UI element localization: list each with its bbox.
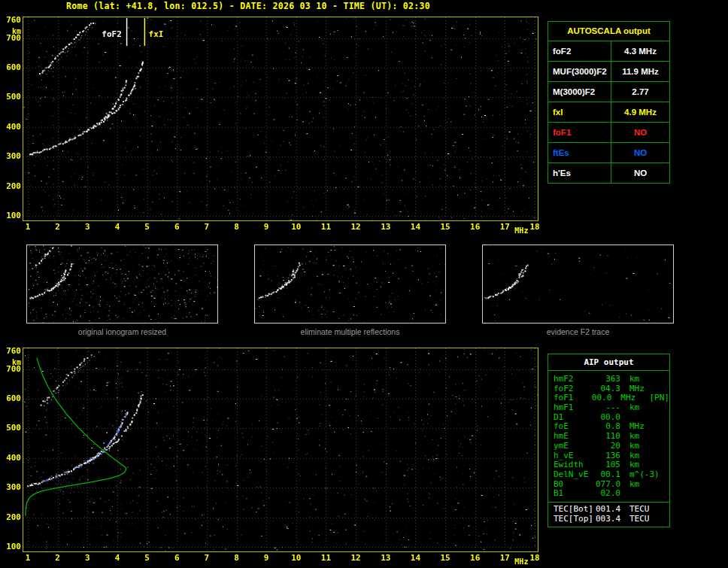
aip-param-label: hmF2 [554, 375, 596, 384]
y-tick-label: 600 [3, 63, 21, 72]
x-tick-label: 16 [467, 223, 484, 232]
autoscala-param-value: 4.3 MHz [611, 41, 669, 61]
thumbnail-caption-evidence: evidence F2 trace [482, 327, 674, 336]
y-tick-label: 200 [3, 513, 21, 522]
x-tick-label: 4 [109, 554, 126, 563]
autoscala-row: fxI4.9 MHz [548, 102, 669, 123]
aip-param-unit: m^(-3) [629, 470, 663, 480]
x-tick-label: 5 [139, 223, 156, 232]
autoscala-row: foF1NO [548, 123, 669, 143]
aip-param-value: 105 [596, 460, 620, 470]
aip-param-value: 02.0 [596, 489, 620, 499]
x-tick-label: 4 [109, 223, 126, 232]
x-tick-label: 2 [50, 223, 66, 232]
x-tick-label: 15 [437, 554, 453, 563]
autoscala-table: AUTOSCALA output foF24.3 MHzMUF(3000)F21… [548, 21, 670, 184]
autoscala-param-label: foF2 [548, 41, 611, 61]
autoscala-param-value: 4.9 MHz [611, 102, 669, 122]
aip-param-unit: TECU [629, 505, 663, 515]
aip-param-unit: km [629, 432, 663, 442]
aip-param-unit: km [629, 403, 663, 413]
x-tick-label: 18 [526, 223, 543, 232]
x-tick-label: 1 [20, 554, 36, 563]
aip-param-label: ymE [554, 442, 596, 451]
x-tick-label: 8 [229, 554, 245, 563]
x-tick-label: 9 [258, 223, 275, 232]
aip-row: hmE110km [554, 432, 669, 442]
ionogram-main-plot [23, 17, 538, 221]
x-tick-label: 1 [20, 223, 36, 232]
autoscala-param-label: fxI [548, 102, 611, 122]
x-tick-label: 9 [258, 554, 275, 563]
aip-param-unit: km [629, 460, 663, 470]
x-tick-label: 5 [139, 554, 156, 563]
aip-param-extra: [PN] [649, 393, 669, 403]
aip-param-unit: km [629, 375, 663, 384]
aip-row: DelN_vE00.1m^(-3) [554, 470, 669, 480]
ionogram-main-canvas [23, 17, 538, 220]
y-tick-label: 700 [3, 34, 21, 43]
y-tick-label: 100 [3, 211, 21, 220]
x-tick-label: 10 [288, 223, 305, 232]
aip-row: hmF2363km [554, 375, 669, 384]
x-tick-label: 8 [229, 223, 245, 232]
aip-tec-rows: TEC[Bot]001.4TECUTEC[Top]003.4TECU [548, 503, 669, 524]
aip-row: Ewidth105km [554, 460, 669, 470]
aip-param-value: 001.4 [596, 505, 620, 515]
y-tick-label: 760 [3, 16, 21, 25]
autoscala-row: MUF(3000)F211.9 MHz [548, 62, 669, 82]
y-tick-label: 760 [3, 347, 21, 356]
y-tick-label: 400 [3, 123, 21, 132]
y-tick-label: 500 [3, 93, 21, 102]
thumbnail-eliminate-reflections [254, 245, 446, 323]
aip-row: ymE20km [554, 442, 669, 451]
aip-row: TEC[Top]003.4TECU [554, 515, 669, 524]
y-tick-label: 600 [3, 394, 21, 403]
x-tick-label: 6 [168, 223, 185, 232]
x-axis-unit-label: MHz [514, 557, 528, 566]
aip-row: hmF1---km [554, 403, 669, 413]
autoscala-param-label: foF1 [548, 123, 611, 142]
x-tick-label: 12 [347, 554, 364, 563]
aip-param-value: 003.4 [596, 515, 620, 524]
autoscala-param-value: 2.77 [611, 82, 669, 102]
aip-param-unit [629, 489, 663, 499]
aip-param-label: hmE [554, 432, 596, 442]
autoscala-row: h'EsNO [548, 163, 669, 183]
x-tick-label: 18 [526, 554, 543, 563]
x-tick-label: 7 [199, 554, 215, 563]
x-tick-label: 11 [317, 223, 334, 232]
aip-rows: hmF2363kmfoF204.3MHzfoF100.0MHz[PN]hmF1-… [548, 371, 669, 502]
x-tick-label: 14 [407, 554, 423, 563]
ionogram-profile-plot [23, 348, 538, 552]
autoscala-param-label: ftEs [548, 143, 611, 163]
x-tick-label: 12 [347, 223, 364, 232]
y-tick-label: 100 [3, 542, 21, 551]
aip-param-value: 363 [596, 375, 620, 384]
aip-param-value: 110 [596, 432, 620, 442]
autoscala-param-value: 11.9 MHz [611, 62, 669, 81]
x-tick-label: 3 [79, 554, 96, 563]
autoscala-row: ftEsNO [548, 143, 669, 163]
aip-param-label: TEC[Top] [554, 515, 596, 524]
aip-param-label: B1 [554, 489, 596, 499]
aip-param-label: hmF1 [554, 403, 596, 413]
x-tick-label: 2 [50, 554, 66, 563]
aip-param-label: DelN_vE [554, 470, 596, 480]
aip-row: B102.0 [554, 489, 669, 499]
thumbnail-original-canvas [27, 245, 217, 323]
x-tick-label: 13 [378, 554, 394, 563]
y-tick-label: 200 [3, 182, 21, 191]
x-tick-label: 11 [317, 554, 334, 563]
aip-table: AIP output hmF2363kmfoF204.3MHzfoF100.0M… [548, 354, 670, 527]
thumbnail-caption-original: original ionogram resized [26, 327, 218, 336]
aip-param-label: TEC[Bot] [554, 505, 596, 515]
x-tick-label: 17 [496, 223, 513, 232]
x-tick-label: 13 [378, 223, 394, 232]
autoscala-rows: foF24.3 MHzMUF(3000)F211.9 MHzM(3000)F22… [548, 41, 669, 183]
y-tick-label: 400 [3, 454, 21, 463]
autoscala-param-label: h'Es [548, 163, 611, 183]
aip-param-unit: TECU [629, 515, 663, 524]
x-tick-label: 15 [437, 223, 453, 232]
aip-title: AIP output [548, 354, 669, 371]
